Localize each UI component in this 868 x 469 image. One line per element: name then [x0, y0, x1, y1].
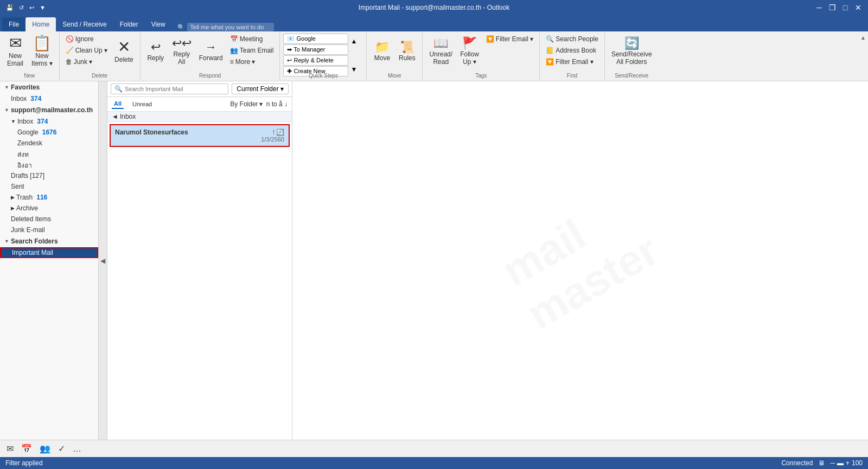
ribbon-tabs: File Home Send / Receive Folder View 🔍 [0, 15, 868, 31]
tab-file[interactable]: File [2, 17, 25, 31]
junk-button[interactable]: 🗑 Junk ▾ [63, 56, 110, 67]
reply-all-button[interactable]: ↩↩ ReplyAll [169, 34, 195, 69]
delete-small-col: 🚫 Ignore 🧹 Clean Up ▾ 🗑 Junk ▾ [63, 34, 110, 67]
team-email-button[interactable]: 👥 Team Email [227, 45, 277, 56]
folder-thai2[interactable]: อิงอา [0, 159, 98, 170]
nav-mail-btn[interactable]: ✉ [4, 442, 16, 455]
rules-button[interactable]: 📜 Rules [395, 34, 419, 69]
unread-read-button[interactable]: 📖 Unread/Read [426, 34, 456, 69]
archive-folder[interactable]: ▶ Archive [0, 203, 98, 214]
meeting-icon: 📅 [230, 35, 238, 43]
drafts-folder[interactable]: Drafts [127] [0, 170, 98, 181]
qs-to-manager[interactable]: ➡ To Manager [283, 44, 348, 55]
more-button[interactable]: ≡ More ▾ [227, 56, 277, 67]
quick-steps-list: 📧 Google ➡ To Manager ↩ Reply & Delete ✚… [283, 34, 348, 76]
minimize-btn[interactable]: ─ [814, 2, 825, 13]
address-book-label: Address Book [556, 47, 596, 54]
content-pane: 🔍 Current Folder ▾ All Unread By Folder … [107, 81, 292, 440]
tab-folder[interactable]: Folder [113, 17, 145, 31]
qs-google[interactable]: 📧 Google [283, 34, 348, 44]
more-icon: ≡ [230, 58, 234, 66]
folder-thai1[interactable]: ส่งท [0, 149, 98, 159]
bottom-nav: ✉ 📅 👥 ✓ … [0, 440, 868, 457]
reading-pane: mailmaster [292, 81, 868, 440]
mail-item-0[interactable]: Narumol Stonesurfaces ! 🔄 1/3/2560 [110, 124, 290, 147]
search-people-button[interactable]: 🔍 Search People [543, 34, 601, 44]
ribbon-group-move: 📁 Move 📜 Rules Move [367, 33, 423, 80]
account-inbox[interactable]: ▼ Inbox 374 [0, 116, 98, 127]
nav-tasks-btn[interactable]: ✓ [56, 442, 67, 455]
filter-email-button[interactable]: 🔽 Filter Email ▾ [483, 34, 536, 44]
junk-label: Junk ▾ [74, 58, 93, 66]
zendesk-folder[interactable]: Zendesk [0, 138, 98, 149]
meeting-button[interactable]: 📅 Meeting [227, 34, 277, 44]
filter-email2-button[interactable]: 🔽 Filter Email ▾ [543, 56, 601, 67]
zoom-in-btn[interactable]: + [846, 459, 850, 467]
filter-unread-btn[interactable]: Unread [130, 100, 154, 108]
deleted-items-folder[interactable]: Deleted Items [0, 214, 98, 224]
qa-dropdown[interactable]: ▼ [38, 3, 47, 12]
nav-people-btn[interactable]: 👥 [37, 442, 53, 455]
favorites-header[interactable]: ▼ Favorites [0, 81, 98, 93]
google-folder[interactable]: Google 1676 [0, 127, 98, 138]
ribbon-group-find: 🔍 Search People 📒 Address Book 🔽 Filter … [540, 33, 605, 80]
new-items-button[interactable]: 📋 NewItems ▾ [28, 34, 56, 69]
search-input[interactable] [125, 86, 225, 92]
junk-email-folder[interactable]: Junk E-mail [0, 224, 98, 235]
sort-btn[interactable]: By Folder ▾ n to å ↓ [230, 100, 288, 108]
reply-all-icon: ↩↩ [172, 37, 192, 49]
search-bar: 🔍 Current Folder ▾ [107, 81, 292, 97]
ignore-button[interactable]: 🚫 Ignore [63, 34, 110, 44]
qs-reply-delete[interactable]: ↩ Reply & Delete [283, 55, 348, 66]
ribbon-collapse-icon[interactable]: ▲ [860, 35, 866, 41]
forward-label: Forward [199, 54, 223, 62]
favorites-inbox[interactable]: Inbox 374 [0, 93, 98, 104]
tell-me-bar[interactable]: 🔍 [177, 23, 274, 31]
qs-scroll-up[interactable]: ▲ [350, 37, 357, 45]
address-book-button[interactable]: 📒 Address Book [543, 45, 601, 56]
ribbon-collapse[interactable]: ▲ [858, 33, 868, 80]
send-receive-button[interactable]: 🔄 Send/ReceiveAll Folders [608, 34, 655, 69]
mail-date: 1/3/2560 [115, 136, 284, 143]
qa-save[interactable]: 💾 [4, 3, 15, 12]
delete-button[interactable]: ✕ Delete [111, 34, 137, 69]
nav-calendar-btn[interactable]: 📅 [19, 442, 34, 455]
tab-view[interactable]: View [145, 17, 172, 31]
ribbon-group-move-label: Move [367, 73, 422, 79]
zoom-out-btn[interactable]: ─ [830, 459, 835, 467]
sidebar-collapse-btn[interactable]: ◀ [99, 81, 107, 440]
new-email-button[interactable]: ✉ NewEmail [3, 34, 27, 69]
ribbon-group-sr-label: Send/Receive [605, 73, 659, 79]
tell-me-input[interactable] [187, 23, 274, 31]
tab-send-receive[interactable]: Send / Receive [56, 17, 113, 31]
search-input-wrap[interactable]: 🔍 [111, 83, 228, 94]
ribbon-group-new-label: New [0, 73, 59, 79]
unread-read-label: Unread/Read [429, 50, 452, 66]
connected-status: Connected [781, 459, 813, 467]
reply-button[interactable]: ↩ Reply [144, 34, 168, 69]
close-btn[interactable]: ✕ [853, 2, 864, 13]
follow-up-button[interactable]: 🚩 FollowUp ▾ [457, 34, 482, 69]
qa-undo[interactable]: ↺ [17, 3, 25, 12]
qa-redo[interactable]: ↩ [28, 3, 36, 12]
search-folders-header[interactable]: ▼ Search Folders [0, 235, 98, 247]
new-items-label: NewItems ▾ [31, 52, 53, 67]
trash-folder[interactable]: ▶ Trash 116 [0, 192, 98, 203]
move-button[interactable]: 📁 Move [370, 34, 394, 69]
folder-filter-btn[interactable]: Current Folder ▾ [232, 83, 289, 94]
maximize-btn[interactable]: □ [840, 2, 851, 13]
restore-btn[interactable]: ❐ [827, 2, 838, 13]
tab-home[interactable]: Home [25, 17, 56, 31]
ribbon-group-respond-label: Respond [141, 73, 280, 79]
tags-small-col: 🔽 Filter Email ▾ [483, 34, 536, 44]
nav-more-btn[interactable]: … [71, 443, 84, 455]
zoom-slider[interactable]: ▬ [837, 459, 844, 467]
forward-button[interactable]: → Forward [196, 34, 226, 69]
important-mail-folder[interactable]: Important Mail [0, 247, 98, 258]
sent-folder[interactable]: Sent [0, 181, 98, 192]
filter-email-label: Filter Email ▾ [496, 35, 533, 43]
account-header[interactable]: ▼ support@mailmaster.co.th [0, 104, 98, 116]
filter-all-btn[interactable]: All [112, 99, 124, 109]
qs-scroll-down[interactable]: ▼ [350, 66, 357, 73]
cleanup-button[interactable]: 🧹 Clean Up ▾ [63, 45, 110, 56]
